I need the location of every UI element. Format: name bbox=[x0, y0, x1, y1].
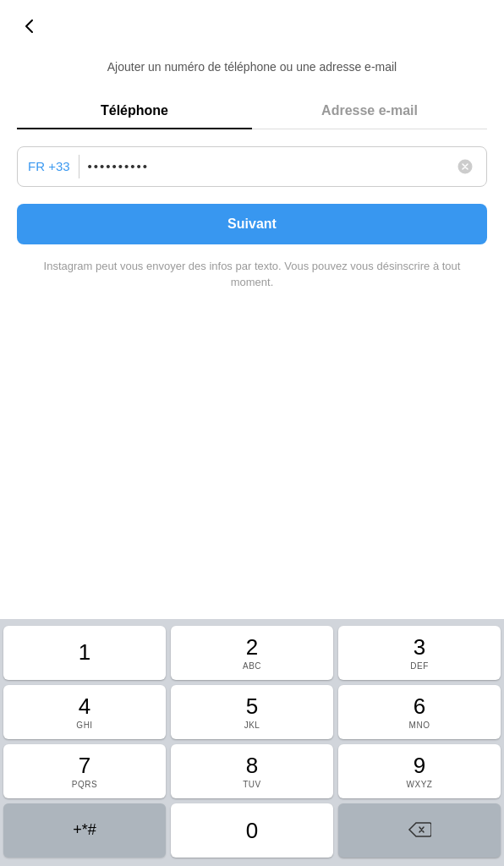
phone-number-input[interactable] bbox=[88, 159, 454, 173]
keyboard-row-2: 4 GHI 5 JKL 6 MNO bbox=[3, 685, 501, 739]
key-1[interactable]: 1 bbox=[3, 626, 166, 680]
key-5[interactable]: 5 JKL bbox=[171, 685, 333, 739]
key-special[interactable]: +*# bbox=[3, 803, 166, 858]
keyboard-row-3: 7 PQRS 8 TUV 9 WXYZ bbox=[3, 744, 501, 798]
key-0[interactable]: 0 bbox=[171, 803, 333, 858]
subtitle-text: Ajouter un numéro de téléphone ou une ad… bbox=[0, 52, 504, 93]
tab-telephone[interactable]: Téléphone bbox=[17, 93, 252, 129]
keyboard-row-bottom: +*# 0 bbox=[3, 803, 501, 858]
country-code[interactable]: FR +33 bbox=[28, 155, 79, 178]
phone-input-wrapper: FR +33 bbox=[17, 146, 487, 187]
key-2[interactable]: 2 ABC bbox=[171, 626, 333, 680]
key-3[interactable]: 3 DEF bbox=[338, 626, 501, 680]
tabs: Téléphone Adresse e-mail bbox=[17, 93, 487, 129]
keyboard: 1 2 ABC 3 DEF 4 GHI 5 JKL 6 MNO 7 PQRS bbox=[0, 619, 504, 866]
next-button[interactable]: Suivant bbox=[17, 204, 487, 244]
header bbox=[0, 0, 504, 52]
key-6[interactable]: 6 MNO bbox=[338, 685, 501, 739]
keyboard-row-1: 1 2 ABC 3 DEF bbox=[3, 626, 501, 680]
back-button[interactable] bbox=[17, 14, 42, 44]
clear-button[interactable] bbox=[454, 156, 476, 178]
key-7[interactable]: 7 PQRS bbox=[3, 744, 166, 798]
key-delete[interactable] bbox=[338, 803, 501, 858]
key-9[interactable]: 9 WXYZ bbox=[338, 744, 501, 798]
tab-email[interactable]: Adresse e-mail bbox=[252, 93, 487, 129]
key-8[interactable]: 8 TUV bbox=[171, 744, 333, 798]
key-4[interactable]: 4 GHI bbox=[3, 685, 166, 739]
info-text: Instagram peut vous envoyer des infos pa… bbox=[0, 258, 504, 291]
input-section: FR +33 bbox=[0, 129, 504, 197]
